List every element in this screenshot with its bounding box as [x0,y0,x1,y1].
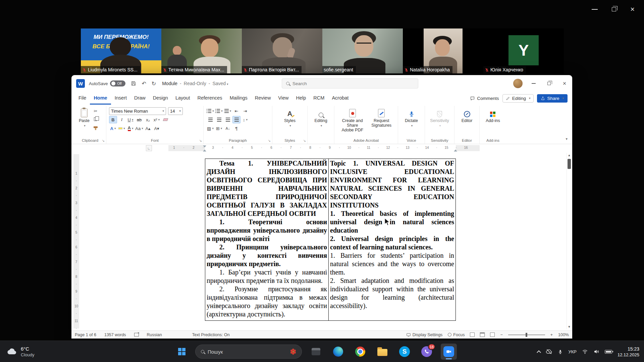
sensitivity-button[interactable]: Sensitivity [428,107,451,129]
bullets-button[interactable] [206,107,214,115]
font-color-button[interactable]: A [126,125,135,132]
battery-icon[interactable] [605,350,612,354]
taskbar-edge-icon[interactable] [330,344,346,360]
table-cell-english[interactable]: Topic 1. UNIVERSAL DESIGN OF INCLUSIVE E… [329,159,456,321]
bold-button[interactable]: B [109,116,117,123]
participant-tile-tetiana-active-speaker[interactable]: Тетяна Миколаївна Мах... [161,28,242,73]
comments-button[interactable]: Comments [470,96,499,101]
tab-insert[interactable]: Insert [111,92,130,105]
dictate-button[interactable]: Dictate [401,107,422,129]
undo-icon[interactable]: ↶ [142,80,146,87]
justify-button[interactable] [232,116,240,123]
tab-view[interactable]: View [274,92,292,105]
hidden-icons-chevron-icon[interactable] [537,350,541,355]
editing-mode-button[interactable]: Editing [502,94,534,103]
display-settings-button[interactable]: Display Settings [406,333,443,337]
speaker-icon[interactable] [593,349,599,355]
taskbar-file-explorer-icon[interactable] [374,344,390,360]
create-adobe-pdf-button[interactable]: Create and Share Adobe PDF [337,107,368,134]
font-size-combobox[interactable]: 14 [168,107,183,115]
tab-rcm[interactable]: RCM [310,92,328,105]
save-icon[interactable] [131,81,136,86]
participant-tile-nataliia[interactable]: Nataliia Horopakha [403,28,483,73]
copy-button[interactable] [92,115,100,123]
zoom-out-button[interactable]: − [500,333,502,337]
participant-tile-sofie[interactable]: sofie.sergeant [322,28,403,73]
wifi-icon[interactable] [582,349,588,355]
taskbar-pinned-app-icon[interactable] [308,344,324,360]
subscript-button[interactable]: x₂ [144,116,152,123]
align-left-button[interactable] [206,116,214,123]
scrollbar-thumb[interactable] [568,159,571,169]
strikethrough-button[interactable]: ab [135,116,143,123]
onedrive-offline-icon[interactable] [546,348,552,355]
sort-button[interactable]: A↓ [224,125,232,132]
increase-indent-button[interactable]: ⇥ [241,107,249,115]
page-indicator[interactable]: Page 1 of 6 [75,333,96,337]
styles-button[interactable]: A Styles [275,107,305,129]
scroll-down-arrow[interactable]: ▼ [567,325,572,328]
document-area[interactable]: 1·2·3·4·5·6·7·8·9·10·11· Тема 1. УНІВЕРС… [71,152,572,330]
font-name-combobox[interactable]: Times New Roman [109,107,166,115]
meeting-close-button[interactable]: × [630,7,635,12]
print-layout-button[interactable] [480,333,485,337]
text-predictions-indicator[interactable]: Text Predictions: On [192,333,230,337]
start-button[interactable] [174,344,189,359]
tab-acrobat[interactable]: Acrobat [328,92,352,105]
vertical-ruler[interactable]: 1·2·3·4·5·6·7·8·9·10·11· [73,154,79,328]
tab-draw[interactable]: Draw [130,92,149,105]
user-avatar[interactable] [513,79,523,88]
shading-button[interactable]: ▨ [206,125,214,132]
word-search-box[interactable]: Search [282,78,418,88]
tab-review[interactable]: Review [251,92,275,105]
microphone-in-use-icon[interactable] [558,349,563,354]
decrease-indent-button[interactable]: ⇤ [232,107,240,115]
taskbar-clock[interactable]: 15:23 12.12.2025 [618,346,639,357]
borders-button[interactable]: ⊞ [215,125,223,132]
word-minimize-button[interactable] [526,75,541,92]
table-cell-ukrainian[interactable]: Тема 1. УНІВЕРСАЛЬНИЙ ДИЗАЙН ІНКЛЮЗИВНОГ… [205,159,329,321]
request-signatures-button[interactable]: Request Signatures [368,107,395,134]
scroll-up-arrow[interactable]: ▲ [567,154,572,157]
grow-font-button[interactable]: A▴ [144,125,152,132]
participant-tile-yuliia[interactable]: Y Юлія Харченко [483,28,564,73]
tab-file[interactable]: File [75,92,90,105]
taskbar-weather-widget[interactable]: 6°C Cloudy [7,341,34,362]
zoom-in-button[interactable]: + [550,333,553,337]
superscript-button[interactable]: x² [153,116,161,123]
align-right-button[interactable] [224,116,232,123]
change-case-button[interactable]: Aa [135,125,143,132]
autosave-toggle[interactable]: Off [110,80,125,86]
taskbar-viber-icon[interactable]: 18 [419,344,435,360]
taskbar-zoom-icon[interactable] [441,344,457,360]
participant-tile-liudmyla[interactable]: МИ ПЕРЕМОЖЕМО! ВСЕ БУДЕ УКРАЇНА! Liudmyl… [81,28,161,73]
word-restore-button[interactable] [541,75,557,92]
multilevel-list-button[interactable] [224,107,232,115]
tab-layout[interactable]: Layout [172,92,194,105]
zoom-level[interactable]: 100% [558,333,569,337]
language-switcher[interactable]: УКР [568,349,577,354]
highlight-color-button[interactable] [118,125,126,132]
taskbar-skype-icon[interactable]: S [396,344,413,360]
read-mode-button[interactable] [470,333,475,337]
tab-help[interactable]: Help [292,92,310,105]
editor-button[interactable]: Editor [457,107,477,124]
document-title[interactable]: Module - Read-Only - Saved [162,81,228,86]
align-center-button[interactable] [215,116,223,123]
collapse-ribbon-chevron-icon[interactable]: ▾ [566,137,568,141]
tab-design[interactable]: Design [149,92,172,105]
tab-mailings[interactable]: Mailings [226,92,251,105]
meeting-minimize-button[interactable] [592,9,598,10]
tab-references[interactable]: References [194,92,226,105]
tab-stop-selector[interactable]: ∟ [146,145,152,151]
line-spacing-button[interactable]: ↕ [241,116,249,123]
word-close-button[interactable]: × [557,75,572,92]
clear-formatting-button[interactable] [161,116,169,123]
tab-home[interactable]: Home [90,92,111,105]
word-count[interactable]: 1357 words [104,333,126,337]
underline-button[interactable]: U [126,116,135,123]
taskbar-search-box[interactable]: Пошук [195,345,302,359]
web-layout-button[interactable] [490,333,495,337]
paste-button[interactable]: Paste [77,107,92,131]
numbering-button[interactable] [215,107,223,115]
